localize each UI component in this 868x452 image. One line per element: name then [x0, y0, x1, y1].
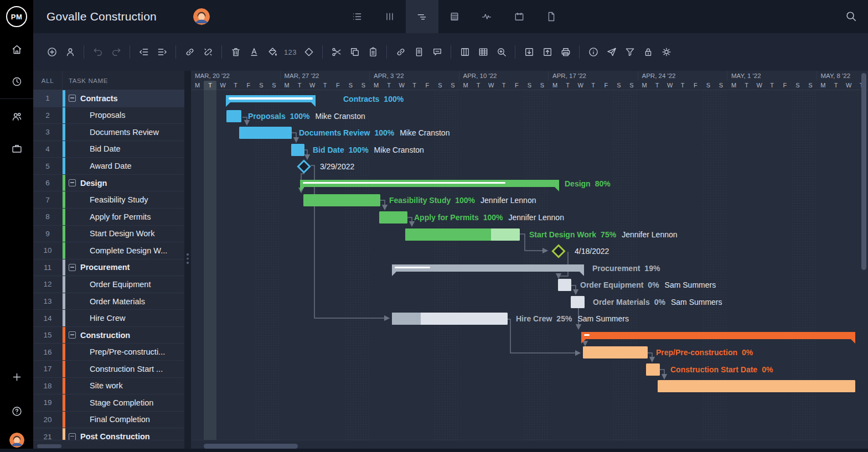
- tab-calendar[interactable]: [503, 0, 536, 33]
- task-row-13[interactable]: 13Order Materials: [33, 293, 184, 310]
- collapse-icon[interactable]: [69, 331, 76, 339]
- summary-bar-design[interactable]: [300, 180, 559, 187]
- bar-task-name: Feasibility Study: [389, 196, 451, 205]
- indent-button[interactable]: [153, 43, 171, 61]
- attach-button[interactable]: [391, 43, 410, 61]
- redo-button[interactable]: [107, 43, 125, 61]
- collapse-icon[interactable]: [69, 433, 76, 440]
- undo-button[interactable]: [89, 43, 107, 61]
- sidebar-help-button[interactable]: [0, 395, 33, 427]
- task-bar-order-materials[interactable]: [571, 296, 585, 308]
- task-bar-bid-date[interactable]: [291, 144, 304, 156]
- zoom-button[interactable]: [492, 43, 510, 61]
- sidebar-team-button[interactable]: [0, 100, 33, 132]
- export-button[interactable]: [538, 43, 556, 61]
- row-number: 16: [33, 344, 63, 360]
- tab-gantt[interactable]: [406, 0, 438, 33]
- app-logo[interactable]: PM: [0, 0, 33, 33]
- assign-button[interactable]: [61, 43, 79, 61]
- task-row-19[interactable]: 19Stage Completion: [33, 394, 184, 412]
- task-bar-start-design-work[interactable]: [405, 228, 520, 241]
- task-bar-hire-crew[interactable]: [392, 313, 508, 325]
- task-bar-documents-review[interactable]: [239, 127, 292, 139]
- collapse-icon[interactable]: [69, 264, 76, 271]
- task-row-7[interactable]: 7Feasibility Study: [33, 191, 184, 209]
- lock-button[interactable]: [639, 43, 657, 61]
- task-row-12[interactable]: 12Order Equipment: [33, 276, 184, 293]
- comment-button[interactable]: [428, 43, 446, 61]
- tab-list[interactable]: [341, 0, 374, 33]
- delete-button[interactable]: [226, 43, 245, 61]
- chart-hscroll-thumb[interactable]: [204, 444, 298, 449]
- task-row-10[interactable]: 10Complete Design W...: [33, 242, 184, 259]
- project-owner-avatar[interactable]: [193, 8, 210, 25]
- add-task-button[interactable]: [43, 43, 61, 61]
- activity-icon: [481, 11, 492, 22]
- numbers-button[interactable]: 123: [281, 43, 299, 61]
- collapse-icon[interactable]: [69, 95, 76, 102]
- info-button[interactable]: [584, 43, 602, 61]
- task-bar-site-work[interactable]: [658, 380, 855, 392]
- settings-button[interactable]: [657, 43, 675, 61]
- task-row-3[interactable]: 3Documents Review: [33, 124, 184, 141]
- summary-bar-contracts[interactable]: [226, 95, 316, 102]
- day-cell: W: [753, 81, 766, 91]
- task-row-14[interactable]: 14Hire Crew: [33, 310, 184, 327]
- task-row-8[interactable]: 8Apply for Permits: [33, 209, 184, 226]
- outdent-button[interactable]: [135, 43, 153, 61]
- sidebar-clock-button[interactable]: [0, 65, 33, 97]
- summary-bar-procurement[interactable]: [392, 264, 584, 272]
- tab-board[interactable]: [374, 0, 406, 33]
- task-row-20[interactable]: 20Final Completion: [33, 412, 184, 429]
- user-avatar[interactable]: [9, 433, 24, 448]
- task-bar-feasibility-study[interactable]: [303, 194, 380, 206]
- column-header-task-name[interactable]: TASK NAME: [69, 71, 108, 90]
- day-cell: W: [395, 81, 408, 91]
- notes-button[interactable]: [410, 43, 428, 61]
- day-cell: M: [191, 81, 204, 91]
- print-button[interactable]: [556, 43, 575, 61]
- tab-activity[interactable]: [471, 0, 503, 33]
- tab-sheet[interactable]: [438, 0, 471, 33]
- task-row-6[interactable]: 6Design: [33, 175, 184, 192]
- font-button[interactable]: [245, 43, 263, 61]
- task-row-1[interactable]: 1Contracts: [33, 90, 184, 107]
- copy-button[interactable]: [345, 43, 364, 61]
- collapse-icon[interactable]: [69, 179, 76, 186]
- task-bar-proposals[interactable]: [226, 110, 241, 122]
- task-row-2[interactable]: 2Proposals: [33, 107, 184, 124]
- task-row-4[interactable]: 4Bid Date: [33, 141, 184, 158]
- task-bar-construction-start-date[interactable]: [646, 363, 660, 376]
- task-row-16[interactable]: 16Prep/Pre-constructi...: [33, 344, 184, 361]
- sidebar-home-button[interactable]: [0, 33, 33, 65]
- task-bar-prep-pre-construction[interactable]: [583, 346, 648, 359]
- milestone-button[interactable]: [299, 43, 318, 61]
- summary-bar-construction[interactable]: [581, 332, 855, 339]
- fill-color-button[interactable]: [263, 43, 281, 61]
- task-row-5[interactable]: 5Award Date: [33, 158, 184, 175]
- column-header-all[interactable]: ALL: [33, 71, 63, 90]
- columns-button[interactable]: [456, 43, 474, 61]
- sidebar-plus-button[interactable]: [0, 361, 33, 393]
- filter-button[interactable]: [621, 43, 639, 61]
- sidebar-portfolio-button[interactable]: [0, 132, 33, 164]
- chart-vscroll-thumb[interactable]: [861, 73, 866, 270]
- task-row-17[interactable]: 17Construction Start ...: [33, 361, 184, 378]
- tab-docs[interactable]: [535, 0, 568, 33]
- task-panel-hscroll-thumb[interactable]: [37, 444, 61, 448]
- grid-button[interactable]: [474, 43, 492, 61]
- import-button[interactable]: [520, 43, 538, 61]
- task-row-15[interactable]: 15Construction: [33, 327, 184, 344]
- share-button[interactable]: [602, 43, 621, 61]
- task-row-18[interactable]: 18Site work: [33, 378, 184, 395]
- link-button[interactable]: [180, 43, 199, 61]
- task-bar-apply-for-permits[interactable]: [379, 211, 407, 224]
- task-row-9[interactable]: 9Start Design Work: [33, 226, 184, 243]
- cut-button[interactable]: [327, 43, 345, 61]
- search-button[interactable]: [845, 10, 858, 23]
- task-bar-order-equipment[interactable]: [558, 279, 571, 291]
- panel-splitter[interactable]: [184, 71, 191, 452]
- unlink-button[interactable]: [199, 43, 217, 61]
- paste-button[interactable]: [364, 43, 382, 61]
- task-row-11[interactable]: 11Procurement: [33, 259, 184, 277]
